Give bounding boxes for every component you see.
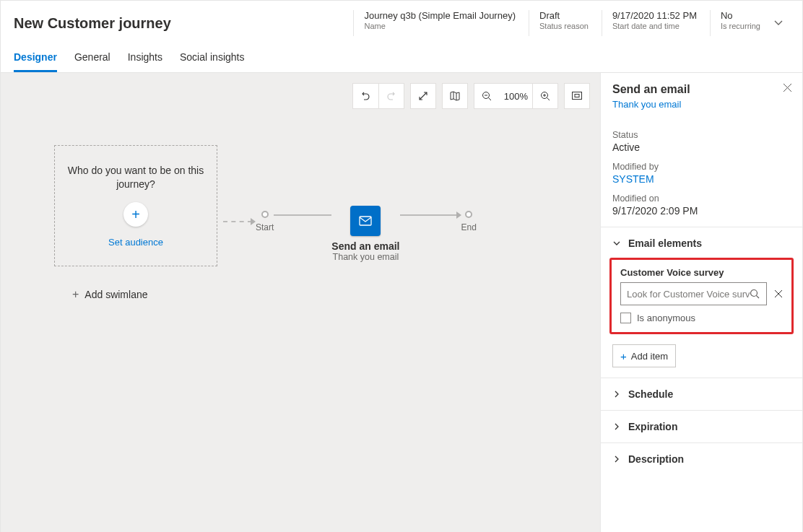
section-head-description[interactable]: Description [612, 453, 791, 465]
modified-by-label: Modified by [612, 162, 791, 172]
section-description: Description [601, 443, 802, 475]
meta-recur-label: Is recurring [721, 22, 760, 30]
expiration-label: Expiration [628, 421, 677, 432]
svg-line-4 [547, 97, 550, 100]
section-head-email-elements[interactable]: Email elements [612, 237, 791, 249]
redo-button[interactable] [378, 83, 404, 109]
end-node[interactable]: End [461, 211, 477, 232]
anon-label: Is anonymous [637, 313, 695, 323]
add-swimlane-label: Add swimlane [84, 289, 147, 300]
meta-recur-value: No [721, 10, 760, 21]
add-swimlane-button[interactable]: + Add swimlane [72, 288, 590, 301]
email-tile[interactable] [350, 206, 381, 236]
start-label: Start [256, 222, 274, 232]
tabs: Designer General Insights Social insight… [0, 40, 803, 73]
plus-icon: + [131, 206, 140, 223]
section-schedule: Schedule [601, 378, 802, 411]
add-audience-button[interactable]: + [123, 202, 148, 227]
arrow-icon-2 [456, 212, 461, 219]
chevron-right-icon [612, 455, 621, 463]
email-node-subtitle: Thank you email [333, 252, 399, 262]
section-email-elements: Email elements Customer Voice survey [601, 227, 802, 378]
zoom-group: 100% [474, 83, 558, 109]
start-dot-icon [261, 211, 269, 218]
expand-button[interactable] [410, 83, 436, 109]
panel-title: Send an email [612, 83, 791, 96]
status-label: Status [612, 130, 791, 140]
properties-panel: Send an email Thank you email Status Act… [600, 73, 802, 532]
audience-tile[interactable]: Who do you want to be on this journey? +… [54, 145, 217, 266]
close-panel-button[interactable] [783, 83, 792, 92]
connector-solid-2 [400, 214, 458, 216]
tab-social[interactable]: Social insights [180, 51, 245, 72]
tab-designer[interactable]: Designer [14, 51, 57, 72]
expand-icon [418, 91, 428, 101]
email-node[interactable]: Send an email Thank you email [331, 206, 399, 262]
zoom-value[interactable]: 100% [500, 83, 532, 109]
envelope-icon [358, 214, 373, 228]
zoom-out-button[interactable] [474, 83, 500, 109]
tab-insights[interactable]: Insights [128, 51, 162, 72]
add-item-button[interactable]: + Add item [612, 344, 676, 367]
meta-status[interactable]: Draft Status reason [529, 10, 589, 36]
canvas-toolbar: 100% [11, 83, 590, 109]
end-dot-icon [465, 211, 472, 218]
meta-start-value: 9/17/2020 11:52 PM [612, 10, 697, 21]
start-node[interactable]: Start [256, 211, 274, 232]
meta-recur[interactable]: No Is recurring [710, 10, 760, 36]
map-icon [449, 90, 461, 102]
panel-meta: Status Active Modified by SYSTEM Modifie… [601, 115, 802, 227]
meta-start[interactable]: 9/17/2020 11:52 PM Start date and time [602, 10, 697, 36]
section-head-schedule[interactable]: Schedule [612, 388, 791, 400]
main: 100% Who do you want to be on this journ… [0, 73, 803, 532]
search-icon[interactable] [750, 289, 760, 300]
survey-input[interactable] [627, 289, 750, 300]
zoom-out-icon [482, 91, 492, 102]
meta-status-label: Status reason [539, 22, 589, 30]
end-label: End [461, 222, 477, 232]
set-audience-link[interactable]: Set audience [108, 237, 163, 248]
zoom-in-icon [540, 91, 551, 102]
modified-on-label: Modified on [612, 193, 791, 204]
survey-label: Customer Voice survey [620, 267, 783, 278]
meta-name[interactable]: Journey q3b (Simple Email Journey) Name [353, 10, 516, 36]
section-head-expiration[interactable]: Expiration [612, 421, 791, 432]
connector-dashed [223, 221, 252, 222]
close-icon [783, 83, 792, 92]
chevron-down-icon[interactable] [773, 18, 784, 28]
designer-canvas[interactable]: 100% Who do you want to be on this journ… [1, 73, 600, 532]
svg-rect-9 [360, 217, 371, 225]
add-item-label: Add item [631, 351, 668, 362]
modified-by-value[interactable]: SYSTEM [612, 173, 791, 185]
journey-flow: Who do you want to be on this journey? +… [54, 145, 590, 266]
fit-screen-button[interactable] [564, 83, 590, 109]
chevron-right-icon [612, 422, 621, 431]
minimap-button[interactable] [442, 83, 468, 109]
undo-button[interactable] [352, 83, 378, 109]
plus-icon: + [620, 350, 627, 362]
connector-solid [274, 214, 331, 216]
survey-lookup[interactable] [620, 282, 767, 305]
flow-line: Start Send an email Thank you email End [223, 181, 477, 262]
email-node-title: Send an email [331, 240, 399, 252]
record-meta: Journey q3b (Simple Email Journey) Name … [353, 10, 789, 36]
clear-survey-button[interactable] [774, 289, 783, 298]
svg-line-1 [488, 97, 491, 100]
anon-checkbox[interactable] [620, 313, 631, 323]
survey-block: Customer Voice survey Is anonymous [609, 258, 794, 334]
schedule-label: Schedule [628, 388, 673, 400]
email-elements-label: Email elements [628, 237, 702, 249]
fit-icon [571, 90, 583, 102]
svg-line-11 [756, 295, 759, 298]
modified-on-value: 9/17/2020 2:09 PM [612, 205, 791, 217]
svg-point-10 [751, 289, 758, 296]
audience-prompt: Who do you want to be on this journey? [64, 164, 208, 191]
status-value: Active [612, 141, 791, 153]
description-label: Description [628, 453, 684, 465]
meta-name-value: Journey q3b (Simple Email Journey) [364, 10, 516, 21]
tab-general[interactable]: General [74, 51, 110, 72]
panel-record-link[interactable]: Thank you email [612, 99, 791, 110]
zoom-in-button[interactable] [532, 83, 558, 109]
section-expiration: Expiration [601, 411, 802, 443]
undo-redo-group [352, 83, 404, 109]
